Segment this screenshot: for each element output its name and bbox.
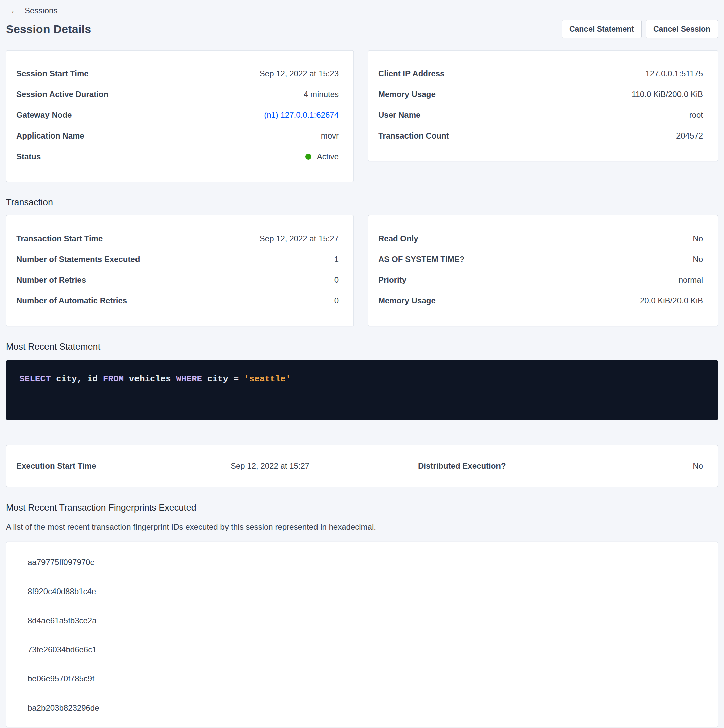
sql-string-literal: 'seattle' xyxy=(244,374,291,384)
sql-identifier: vehicles xyxy=(129,374,171,384)
breadcrumb[interactable]: ← Sessions xyxy=(10,5,718,17)
kv-value: 1 xyxy=(334,255,338,264)
kv-label: Transaction Start Time xyxy=(16,234,103,243)
execution-start-time-label: Execution Start Time xyxy=(16,461,231,471)
transaction-details-card: Transaction Start Time Sep 12, 2022 at 1… xyxy=(6,215,354,326)
kv-value: 0 xyxy=(334,275,338,285)
kv-label: Read Only xyxy=(378,234,418,243)
kv-row-memory-usage: Memory Usage 110.0 KiB/200.0 KiB xyxy=(378,84,703,105)
status-label: Active xyxy=(317,152,338,161)
sql-identifier: city xyxy=(207,374,228,384)
kv-value: Sep 12, 2022 at 15:23 xyxy=(260,69,338,78)
kv-label: Session Active Duration xyxy=(16,90,109,99)
fingerprint-item: 8d4ae61a5fb3ce2a xyxy=(28,616,703,626)
kv-label: Gateway Node xyxy=(16,110,72,120)
kv-value: 0 xyxy=(334,296,338,306)
session-client-card: Client IP Address 127.0.0.1:51175 Memory… xyxy=(368,50,718,161)
kv-row-transaction-start-time: Transaction Start Time Sep 12, 2022 at 1… xyxy=(16,228,338,249)
kv-label: User Name xyxy=(378,110,420,120)
kv-row-transaction-count: Transaction Count 204572 xyxy=(378,125,703,146)
kv-row-as-of-system-time: AS OF SYSTEM TIME? No xyxy=(378,249,703,270)
kv-row-txn-memory-usage: Memory Usage 20.0 KiB/20.0 KiB xyxy=(378,291,703,311)
sql-statement-text: SELECT city, id FROM vehicles WHERE city… xyxy=(19,374,705,384)
fingerprint-item: aa79775ff097970c xyxy=(28,557,703,567)
sql-statement-box: SELECT city, id FROM vehicles WHERE city… xyxy=(6,360,718,420)
kv-value: No xyxy=(693,234,703,243)
breadcrumb-sessions-link[interactable]: Sessions xyxy=(25,6,57,15)
fingerprint-item: 8f920c40d88b1c4e xyxy=(28,586,703,596)
kv-row-status: Status Active xyxy=(16,146,338,167)
page-header: Session Details Cancel Statement Cancel … xyxy=(6,20,718,38)
kv-label: Memory Usage xyxy=(378,90,436,99)
kv-value: 110.0 KiB/200.0 KiB xyxy=(632,90,703,99)
section-title-transaction: Transaction xyxy=(6,197,718,208)
status-badge: Active xyxy=(305,152,338,161)
kv-label: Priority xyxy=(378,275,407,285)
distributed-execution-label: Distributed Execution? xyxy=(418,461,605,471)
kv-label: Transaction Count xyxy=(378,131,449,141)
sql-keyword: WHERE xyxy=(176,374,202,384)
kv-row-statements-executed: Number of Statements Executed 1 xyxy=(16,249,338,270)
section-title-most-recent-statement: Most Recent Statement xyxy=(6,342,718,352)
sql-operator: = xyxy=(234,374,239,384)
fingerprints-description: A list of the most recent transaction fi… xyxy=(6,522,718,532)
fingerprint-item: be06e9570f785c9f xyxy=(28,674,703,684)
transaction-properties-card: Read Only No AS OF SYSTEM TIME? No Prior… xyxy=(368,215,718,326)
kv-row-retries: Number of Retries 0 xyxy=(16,270,338,291)
section-title-fingerprints: Most Recent Transaction Fingerprints Exe… xyxy=(6,503,718,513)
kv-value: movr xyxy=(321,131,338,141)
cancel-statement-button[interactable]: Cancel Statement xyxy=(562,20,642,38)
kv-value: Sep 12, 2022 at 15:27 xyxy=(260,234,338,243)
kv-value: 4 minutes xyxy=(304,90,338,99)
transaction-row: Transaction Start Time Sep 12, 2022 at 1… xyxy=(6,215,718,326)
kv-row-read-only: Read Only No xyxy=(378,228,703,249)
cancel-session-button[interactable]: Cancel Session xyxy=(646,20,718,38)
kv-value: No xyxy=(693,255,703,264)
session-details-page: ← Sessions Session Details Cancel Statem… xyxy=(0,0,724,727)
kv-label: Number of Automatic Retries xyxy=(16,296,127,306)
gateway-node-link[interactable]: (n1) 127.0.0.1:62674 xyxy=(264,110,338,120)
kv-row-session-active-duration: Session Active Duration 4 minutes xyxy=(16,84,338,105)
back-arrow-icon[interactable]: ← xyxy=(10,6,19,15)
sql-identifier: city, id xyxy=(56,374,98,384)
page-title: Session Details xyxy=(6,23,91,36)
session-summary-row: Session Start Time Sep 12, 2022 at 15:23… xyxy=(6,50,718,182)
fingerprint-item: ba2b203b823296de xyxy=(28,703,703,713)
kv-row-session-start-time: Session Start Time Sep 12, 2022 at 15:23 xyxy=(16,63,338,84)
kv-value: normal xyxy=(678,275,703,285)
sql-keyword: SELECT xyxy=(19,374,51,384)
sql-keyword: FROM xyxy=(103,374,124,384)
kv-row-client-ip: Client IP Address 127.0.0.1:51175 xyxy=(378,63,703,84)
kv-label: Status xyxy=(16,152,41,161)
kv-value: root xyxy=(689,110,703,120)
kv-value: 204572 xyxy=(676,131,703,141)
execution-card: Execution Start Time Sep 12, 2022 at 15:… xyxy=(6,445,718,487)
header-actions: Cancel Statement Cancel Session xyxy=(562,20,718,38)
execution-start-time-value: Sep 12, 2022 at 15:27 xyxy=(231,461,418,471)
kv-label: Client IP Address xyxy=(378,69,444,78)
kv-row-automatic-retries: Number of Automatic Retries 0 xyxy=(16,291,338,311)
kv-value: 127.0.0.1:51175 xyxy=(645,69,703,78)
status-active-dot-icon xyxy=(305,154,311,160)
session-details-card: Session Start Time Sep 12, 2022 at 15:23… xyxy=(6,50,354,182)
kv-label: Number of Retries xyxy=(16,275,86,285)
kv-row-user-name: User Name root xyxy=(378,105,703,125)
kv-label: Memory Usage xyxy=(378,296,436,306)
kv-label: AS OF SYSTEM TIME? xyxy=(378,255,464,264)
kv-label: Number of Statements Executed xyxy=(16,255,140,264)
fingerprint-item: 73fe26034bd6e6c1 xyxy=(28,645,703,655)
distributed-execution-value: No xyxy=(605,461,703,471)
kv-row-gateway-node: Gateway Node (n1) 127.0.0.1:62674 xyxy=(16,105,338,125)
kv-value: 20.0 KiB/20.0 KiB xyxy=(640,296,703,306)
kv-label: Session Start Time xyxy=(16,69,89,78)
kv-row-priority: Priority normal xyxy=(378,270,703,291)
fingerprints-card: aa79775ff097970c 8f920c40d88b1c4e 8d4ae6… xyxy=(6,541,718,727)
kv-row-application-name: Application Name movr xyxy=(16,125,338,146)
kv-label: Application Name xyxy=(16,131,84,141)
